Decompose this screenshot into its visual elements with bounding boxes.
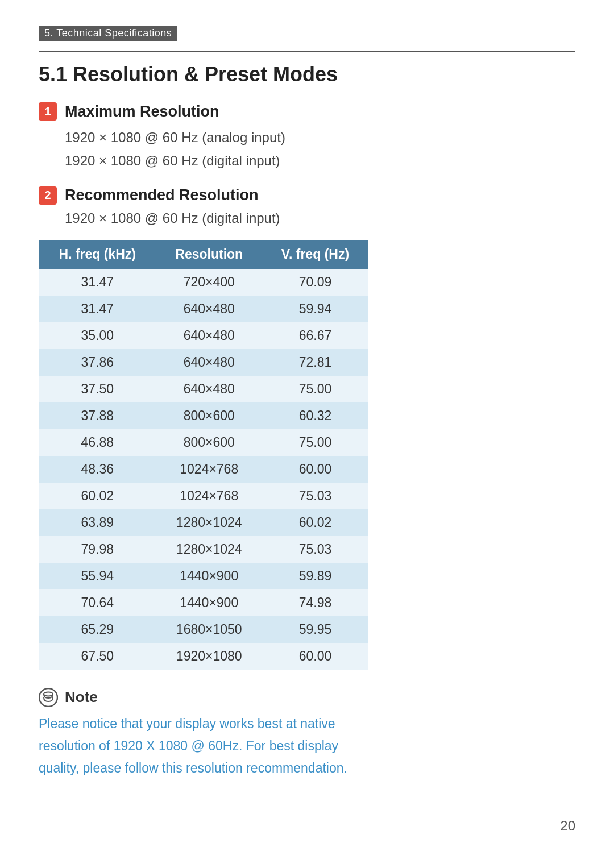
table-cell: 70.64: [39, 589, 156, 616]
table-cell: 37.86: [39, 349, 156, 376]
max-resolution-header: 1 Maximum Resolution: [39, 102, 575, 121]
table-row: 60.021024×76875.03: [39, 483, 368, 509]
table-cell: 75.00: [262, 376, 368, 402]
table-cell: 1280×1024: [156, 509, 262, 536]
table-cell: 1440×900: [156, 589, 262, 616]
table-cell: 60.02: [262, 509, 368, 536]
table-row: 37.50640×48075.00: [39, 376, 368, 402]
table-row: 46.88800×60075.00: [39, 429, 368, 456]
table-cell: 59.94: [262, 296, 368, 322]
table-cell: 75.03: [262, 483, 368, 509]
table-header-row: H. freq (kHz) Resolution V. freq (Hz): [39, 240, 368, 269]
table-row: 65.291680×105059.95: [39, 616, 368, 643]
note-body: Please notice that your display works be…: [39, 713, 357, 779]
table-cell: 640×480: [156, 349, 262, 376]
max-resolution-line-1: 1920 × 1080 @ 60 Hz (analog input): [65, 126, 575, 149]
table-cell: 60.02: [39, 483, 156, 509]
table-cell: 70.09: [262, 269, 368, 296]
table-cell: 66.67: [262, 322, 368, 349]
table-row: 48.361024×76860.00: [39, 456, 368, 483]
recommended-resolution-header: 2 Recommended Resolution: [39, 186, 575, 205]
col-header-resolution: Resolution: [156, 240, 262, 269]
svg-point-1: [44, 692, 53, 696]
badge-2: 2: [39, 186, 57, 205]
table-cell: 1024×768: [156, 456, 262, 483]
table-cell: 1680×1050: [156, 616, 262, 643]
table-row: 37.86640×48072.81: [39, 349, 368, 376]
table-cell: 640×480: [156, 322, 262, 349]
table-cell: 74.98: [262, 589, 368, 616]
note-title: Note: [65, 688, 98, 706]
max-resolution-body: 1920 × 1080 @ 60 Hz (analog input) 1920 …: [39, 126, 575, 173]
table-cell: 46.88: [39, 429, 156, 456]
table-row: 31.47640×48059.94: [39, 296, 368, 322]
table-cell: 800×600: [156, 429, 262, 456]
table-cell: 59.89: [262, 563, 368, 589]
table-cell: 1440×900: [156, 563, 262, 589]
table-cell: 59.95: [262, 616, 368, 643]
section-title: 5.1 Resolution & Preset Modes: [39, 63, 575, 86]
note-icon: [39, 688, 58, 707]
table-cell: 72.81: [262, 349, 368, 376]
resolution-table: H. freq (kHz) Resolution V. freq (Hz) 31…: [39, 240, 368, 670]
col-header-hfreq: H. freq (kHz): [39, 240, 156, 269]
table-cell: 640×480: [156, 296, 262, 322]
table-cell: 79.98: [39, 536, 156, 563]
page-number: 20: [560, 818, 575, 834]
table-cell: 65.29: [39, 616, 156, 643]
table-cell: 75.03: [262, 536, 368, 563]
table-cell: 1920×1080: [156, 643, 262, 670]
col-header-vfreq: V. freq (Hz): [262, 240, 368, 269]
table-cell: 75.00: [262, 429, 368, 456]
table-cell: 31.47: [39, 269, 156, 296]
table-cell: 1024×768: [156, 483, 262, 509]
table-row: 37.88800×60060.32: [39, 402, 368, 429]
table-cell: 63.89: [39, 509, 156, 536]
table-row: 67.501920×108060.00: [39, 643, 368, 670]
table-cell: 48.36: [39, 456, 156, 483]
max-resolution-line-2: 1920 × 1080 @ 60 Hz (digital input): [65, 149, 575, 173]
table-cell: 55.94: [39, 563, 156, 589]
section-divider: [39, 51, 575, 52]
table-cell: 60.00: [262, 643, 368, 670]
badge-1: 1: [39, 102, 57, 121]
recommended-resolution-body: 1920 × 1080 @ 60 Hz (digital input): [39, 210, 575, 226]
table-cell: 800×600: [156, 402, 262, 429]
table-cell: 640×480: [156, 376, 262, 402]
table-row: 63.891280×102460.02: [39, 509, 368, 536]
table-row: 79.981280×102475.03: [39, 536, 368, 563]
table-cell: 35.00: [39, 322, 156, 349]
table-cell: 31.47: [39, 296, 156, 322]
note-header: Note: [39, 688, 575, 707]
table-cell: 1280×1024: [156, 536, 262, 563]
max-resolution-label: Maximum Resolution: [65, 103, 219, 121]
max-resolution-section: 1 Maximum Resolution 1920 × 1080 @ 60 Hz…: [39, 102, 575, 173]
table-row: 70.641440×90074.98: [39, 589, 368, 616]
recommended-resolution-section: 2 Recommended Resolution 1920 × 1080 @ 6…: [39, 186, 575, 226]
table-cell: 67.50: [39, 643, 156, 670]
table-row: 31.47720×40070.09: [39, 269, 368, 296]
table-cell: 37.50: [39, 376, 156, 402]
note-section: Note Please notice that your display wor…: [39, 688, 575, 779]
recommended-resolution-label: Recommended Resolution: [65, 186, 259, 204]
table-row: 55.941440×90059.89: [39, 563, 368, 589]
table-cell: 37.88: [39, 402, 156, 429]
table-cell: 720×400: [156, 269, 262, 296]
table-cell: 60.00: [262, 456, 368, 483]
table-cell: 60.32: [262, 402, 368, 429]
breadcrumb: 5. Technical Specifications: [39, 26, 177, 41]
table-row: 35.00640×48066.67: [39, 322, 368, 349]
